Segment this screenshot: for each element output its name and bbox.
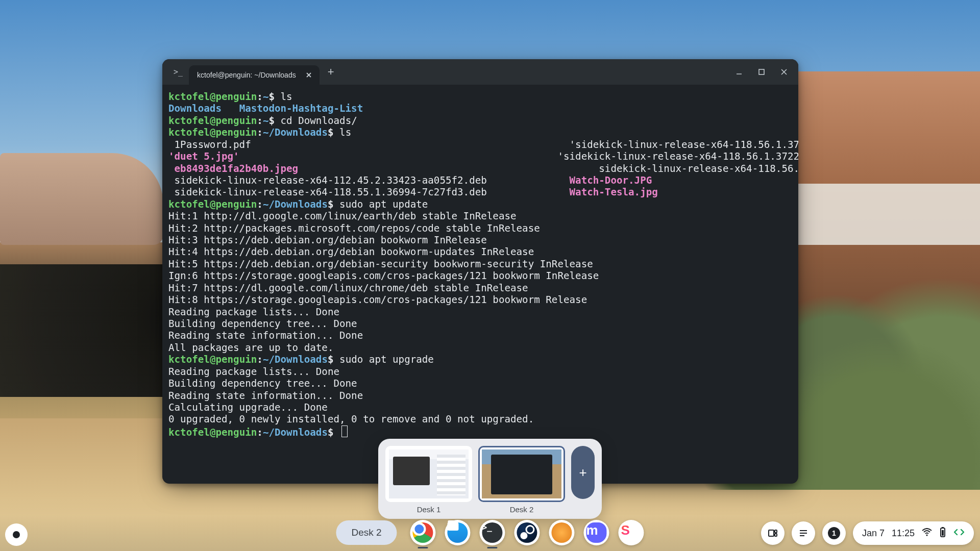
status-date: Jan 7 [862, 528, 885, 539]
desk-2-thumbnail[interactable] [478, 446, 565, 502]
terminal-icon[interactable] [480, 520, 505, 545]
terminal-window[interactable]: >_ kctofel@penguin: ~/Downloads + kctofe… [162, 59, 798, 484]
battery-icon [939, 527, 946, 540]
status-time: 11:25 [892, 528, 915, 539]
close-window-button[interactable] [774, 63, 794, 81]
titlebar[interactable]: >_ kctofel@penguin: ~/Downloads + [162, 59, 798, 85]
current-desk-pill[interactable]: Desk 2 [336, 520, 397, 545]
shelf-apps: Desk 2 [336, 518, 644, 547]
menu-list-icon[interactable] [792, 521, 815, 545]
svg-rect-6 [942, 527, 944, 528]
steam-icon[interactable] [514, 520, 540, 545]
files-icon[interactable] [445, 520, 471, 545]
notification-badge[interactable]: 1 [822, 521, 846, 545]
desk-1[interactable]: Desk 1 [385, 446, 472, 514]
text-cursor [341, 425, 348, 437]
desk-1-label: Desk 1 [417, 505, 441, 514]
status-tray[interactable]: Jan 7 11:25 [853, 521, 974, 545]
shelf: Desk 2 1 Jan 7 11:25 [0, 515, 980, 551]
terminal-app-icon: >_ [167, 67, 189, 77]
svg-rect-2 [775, 530, 777, 533]
launcher-button[interactable] [5, 523, 28, 546]
mastodon-icon[interactable] [584, 520, 609, 545]
maximize-button[interactable] [751, 63, 772, 81]
desk-2[interactable]: Desk 2 [478, 446, 565, 514]
tab-close-button[interactable] [303, 69, 314, 81]
chrome-icon[interactable] [410, 520, 436, 545]
prompt-user: kctofel [168, 91, 210, 103]
wifi-icon [922, 528, 932, 539]
minimize-button[interactable] [729, 63, 749, 81]
new-tab-button[interactable]: + [320, 65, 342, 79]
terminal-output[interactable]: kctofel@penguin:~$ ls Downloads Mastodon… [162, 85, 798, 444]
svg-rect-3 [775, 534, 777, 536]
svg-rect-7 [942, 530, 944, 536]
status-area[interactable]: 1 Jan 7 11:25 [761, 521, 974, 545]
svg-rect-0 [759, 69, 764, 74]
terminal-tab[interactable]: kctofel@penguin: ~/Downloads [189, 65, 320, 85]
lutris-icon[interactable] [549, 520, 575, 545]
svg-rect-1 [769, 530, 774, 536]
desk-switcher[interactable]: Desk 1 Desk 2 + [378, 439, 602, 519]
desk-2-label: Desk 2 [510, 505, 534, 514]
superhuman-icon[interactable] [619, 520, 644, 545]
dev-mode-icon [953, 528, 965, 539]
desk-1-thumbnail[interactable] [385, 446, 472, 502]
add-desk-button[interactable]: + [571, 446, 595, 499]
tab-title: kctofel@penguin: ~/Downloads [197, 71, 296, 79]
windows-overview-icon[interactable] [761, 521, 785, 545]
svg-point-4 [926, 534, 927, 536]
